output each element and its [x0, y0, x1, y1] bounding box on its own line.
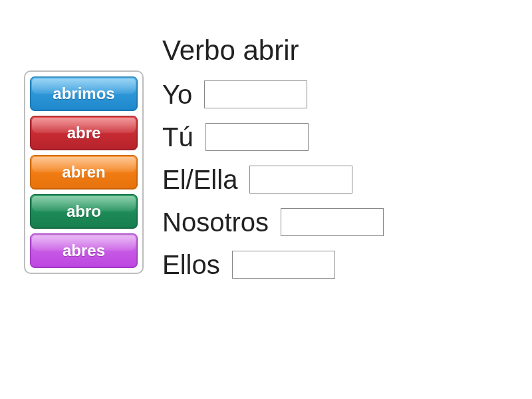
tile-label: abren: [62, 163, 105, 182]
activity-stage: abrimos abre abren abro abres Verbo abri…: [0, 0, 532, 399]
tile-abren[interactable]: abren: [30, 155, 138, 190]
drop-slot-yo[interactable]: [204, 80, 307, 108]
tile-label: abres: [63, 241, 105, 260]
exercise-title: Verbo abrir: [162, 35, 384, 66]
conjugation-row: El/Ella: [162, 158, 384, 201]
conjugation-row: Tú: [162, 116, 384, 158]
conjugation-row: Nosotros: [162, 201, 384, 243]
pronoun-label: El/Ella: [162, 165, 237, 195]
drop-slot-nosotros[interactable]: [281, 208, 384, 236]
pronoun-label: Tú: [162, 122, 194, 152]
tile-abres[interactable]: abres: [30, 233, 138, 268]
drop-slot-ellos[interactable]: [232, 251, 335, 279]
drop-slot-el-ella[interactable]: [249, 166, 352, 194]
tile-abre[interactable]: abre: [30, 116, 138, 150]
tile-label: abre: [67, 124, 101, 142]
pronoun-label: Nosotros: [162, 207, 269, 237]
pronoun-label: Yo: [162, 80, 192, 110]
tile-abrimos[interactable]: abrimos: [30, 76, 138, 111]
drop-slot-tu[interactable]: [205, 123, 309, 151]
conjugation-row: Yo: [162, 73, 384, 116]
exercise-content: Verbo abrir Yo Tú El/Ella Nosotros Ellos: [162, 35, 384, 286]
tile-label: abro: [66, 202, 101, 221]
word-bank-panel: abrimos abre abren abro abres: [24, 70, 144, 274]
tile-label: abrimos: [53, 84, 114, 103]
tile-abro[interactable]: abro: [30, 194, 138, 229]
conjugation-row: Ellos: [162, 243, 384, 286]
pronoun-label: Ellos: [162, 250, 220, 280]
